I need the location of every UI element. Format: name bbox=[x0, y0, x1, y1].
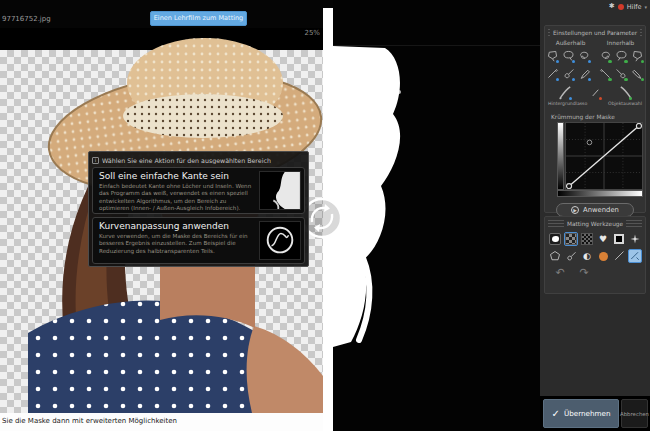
accept-button[interactable]: ✓ Übernehmen bbox=[543, 399, 619, 428]
pen-tool-icon[interactable] bbox=[612, 249, 626, 263]
curve-vertical-gradient bbox=[557, 122, 564, 190]
mask-view-tool[interactable] bbox=[548, 232, 562, 246]
brush-tool-icon[interactable] bbox=[564, 249, 578, 263]
pane-separator-line bbox=[333, 45, 540, 46]
curve-horizontal-gradient bbox=[557, 190, 643, 197]
curve-grid[interactable] bbox=[565, 122, 643, 190]
eraser-small-tool[interactable] bbox=[587, 84, 603, 101]
heart-icon[interactable]: ♥ bbox=[596, 232, 610, 246]
outside-dot-icon bbox=[556, 60, 560, 64]
outside-freehand-lasso-tool[interactable] bbox=[577, 47, 592, 64]
accept-label: Übernehmen bbox=[564, 409, 611, 418]
info-icon: i bbox=[92, 157, 99, 164]
outside-pen-tool[interactable] bbox=[545, 65, 560, 82]
matting-header-label: Matting Werkzeuge bbox=[567, 221, 623, 227]
edge-sample-thumbnail bbox=[259, 171, 301, 210]
help-menu[interactable]: ✱ Hilfe ▾ bbox=[609, 2, 647, 11]
outside-brush-tool[interactable] bbox=[561, 65, 576, 82]
inside-dot-icon bbox=[608, 60, 612, 64]
mask-curve-editor[interactable] bbox=[557, 122, 643, 198]
option-body: Einfach bedeutet Kante ohne Löcher und I… bbox=[99, 183, 256, 212]
outside-ellipse-lasso-tool[interactable] bbox=[561, 47, 576, 64]
sparkle-tool-icon[interactable] bbox=[628, 232, 642, 246]
settings-box: Einstellungen und Parameter Außerhalb In… bbox=[544, 25, 646, 213]
transparent-view-tool[interactable] bbox=[564, 232, 578, 246]
region-column-labels: Außerhalb Innerhalb bbox=[545, 40, 645, 46]
tool-panel: ✱ Hilfe ▾ Einstellungen und Parameter Au… bbox=[540, 0, 650, 431]
object-dot-icon bbox=[629, 97, 633, 101]
redo-icon[interactable]: ↷ bbox=[577, 265, 591, 279]
option-heading: Kurvenanpassung anwenden bbox=[99, 221, 256, 231]
dialog-title: Wählen Sie eine Aktion für den ausgewähl… bbox=[102, 157, 271, 164]
background-dot-icon bbox=[569, 97, 573, 101]
matting-tools-box: Matting Werkzeuge ♥ ◐ bbox=[544, 216, 646, 294]
help-badge-icon bbox=[618, 4, 624, 10]
apply-label: Anwenden bbox=[583, 206, 619, 214]
cancel-label: Abbrechen bbox=[620, 411, 649, 417]
eraser-dot-icon bbox=[599, 97, 603, 101]
mask-preview-canvas[interactable] bbox=[333, 0, 540, 431]
outside-marker-tool[interactable] bbox=[577, 65, 592, 82]
option-curve-adjustment[interactable]: Kurvenanpassung anwenden Kurve verwenden… bbox=[92, 217, 305, 264]
confirm-button-bar: ✓ Übernehmen Abbrechen bbox=[540, 396, 650, 431]
cancel-button[interactable]: Abbrechen bbox=[621, 399, 648, 428]
object-tool-label: Objektauswahl bbox=[608, 101, 642, 106]
settings-header-label: Einstellungen und Parameter bbox=[553, 30, 637, 36]
matting-row-2: ◐ bbox=[545, 249, 645, 263]
curve-sample-thumbnail bbox=[259, 221, 301, 260]
inside-dot-icon bbox=[624, 78, 628, 82]
background-tool-label: Hintergrundlasso bbox=[548, 101, 587, 106]
inside-ellipse-lasso-tool[interactable] bbox=[614, 47, 629, 64]
color-ball-icon[interactable] bbox=[596, 249, 610, 263]
half-circle-icon[interactable]: ◐ bbox=[580, 249, 594, 263]
solid-background-tool[interactable] bbox=[612, 232, 626, 246]
option-heading: Soll eine einfache Kante sein bbox=[99, 171, 256, 181]
bottom-hint-strip: Sie die Maske dann mit erweiterten Mögli… bbox=[0, 413, 333, 431]
sparkle-icon: ✱ bbox=[609, 2, 615, 11]
option-simple-edge[interactable]: Soll eine einfache Kante sein Einfach be… bbox=[92, 167, 305, 214]
outside-polygon-lasso-tool[interactable] bbox=[545, 47, 560, 64]
mask-silhouette bbox=[333, 0, 540, 431]
hint-text: Sie die Maske dann mit erweiterten Mögli… bbox=[2, 417, 177, 425]
curve-label: Krümmung der Maske bbox=[551, 114, 645, 120]
curve-handle-mid bbox=[587, 140, 592, 145]
inside-brush-tool[interactable] bbox=[614, 65, 629, 82]
settings-header: Einstellungen und Parameter bbox=[548, 27, 642, 38]
polygon-tool-icon[interactable] bbox=[548, 249, 562, 263]
help-label: Hilfe bbox=[627, 3, 642, 11]
inside-freehand-lasso-tool[interactable] bbox=[598, 47, 613, 64]
inside-dot-icon bbox=[641, 78, 645, 82]
inside-pen-tool[interactable] bbox=[598, 65, 613, 82]
outside-dot-icon bbox=[556, 78, 560, 82]
inside-label: Innerhalb bbox=[607, 40, 634, 46]
app-window: 97716752.jpg Einen Lehrfilm zum Matting bbox=[0, 0, 650, 431]
inside-marker-tool[interactable] bbox=[630, 65, 645, 82]
inside-dot-icon bbox=[624, 60, 628, 64]
pen-tool-row bbox=[545, 65, 645, 82]
edge-action-dialog: i Wählen Sie eine Aktion für den ausgewä… bbox=[88, 151, 309, 267]
fine-checker-view-tool[interactable] bbox=[580, 232, 594, 246]
zoom-level-label: 25% bbox=[296, 29, 320, 37]
dialog-title-row: i Wählen Sie eine Aktion für den ausgewä… bbox=[92, 155, 305, 165]
outside-dot-icon bbox=[572, 60, 576, 64]
edge-refine-tool[interactable] bbox=[628, 249, 642, 263]
undo-icon[interactable]: ↶ bbox=[553, 265, 567, 279]
inside-dot-icon bbox=[608, 78, 612, 82]
apply-button[interactable]: ▶ Anwenden bbox=[556, 203, 634, 217]
outside-label: Außerhalb bbox=[556, 40, 586, 46]
check-icon: ✓ bbox=[552, 408, 560, 419]
option-body: Kurve verwenden, um die Maske des Bereic… bbox=[99, 233, 256, 255]
outside-dot-icon bbox=[572, 78, 576, 82]
chevron-down-icon: ▾ bbox=[644, 4, 647, 10]
curve-handle-high bbox=[636, 123, 641, 128]
object-select-tool[interactable] bbox=[617, 84, 633, 101]
history-row: ↶ ↷ bbox=[545, 265, 645, 279]
selection-tool-row bbox=[545, 47, 645, 64]
inside-polygon-lasso-tool[interactable] bbox=[630, 47, 645, 64]
matting-row-1: ♥ bbox=[545, 232, 645, 246]
play-icon: ▶ bbox=[571, 206, 579, 214]
background-lasso-tool[interactable] bbox=[557, 84, 573, 101]
tutorial-button[interactable]: Einen Lehrfilm zum Matting bbox=[150, 11, 247, 26]
outside-dot-icon bbox=[588, 78, 592, 82]
outside-dot-icon bbox=[588, 60, 592, 64]
